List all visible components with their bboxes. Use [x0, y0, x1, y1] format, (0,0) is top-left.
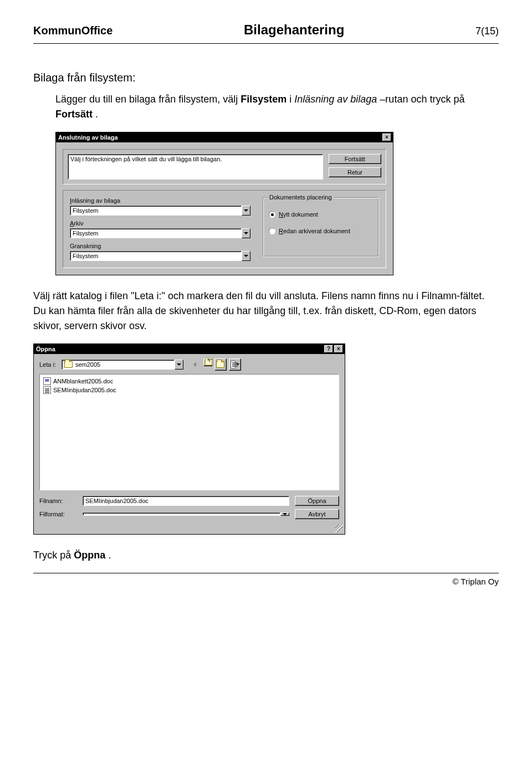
instruction-text: Välj i förteckningen på vilket sätt du v… [68, 154, 323, 180]
continue-button[interactable]: Fortsätt [329, 154, 381, 164]
arkiv-combo[interactable]: Filsystem [70, 228, 250, 238]
titlebar[interactable]: Öppna ? × [34, 344, 345, 354]
header-page: 7(15) [475, 25, 499, 37]
granskning-value: Filsystem [70, 251, 242, 261]
new-folder-icon[interactable] [214, 358, 227, 371]
close-icon[interactable]: × [334, 345, 343, 353]
chevron-down-icon[interactable] [175, 360, 183, 370]
paragraph-instructions: Välj rätt katalog i filen "Leta i:" och … [33, 289, 499, 334]
resize-grip[interactable] [34, 525, 345, 534]
closing-bold: Öppna [74, 550, 105, 561]
section-title: Bilaga från filsystem: [33, 71, 499, 84]
chevron-down-icon[interactable] [242, 206, 250, 216]
inlasning-combo[interactable]: Filsystem [70, 206, 250, 216]
intro-bold-filsystem: Filsystem [241, 94, 287, 105]
granskning-combo[interactable]: Filsystem [70, 251, 250, 261]
chevron-down-icon[interactable] [242, 228, 250, 238]
return-button[interactable]: Retur [329, 167, 381, 177]
help-icon[interactable]: ? [324, 345, 333, 353]
doc-icon [43, 386, 51, 394]
arkiv-label: Arkiv [70, 220, 250, 227]
intro-text: i [289, 94, 294, 105]
lookin-label: Leta i: [39, 361, 56, 368]
dialog-title: Anslutning av bilaga [58, 134, 118, 141]
radio-icon[interactable] [269, 211, 275, 218]
file-name: ANMblankett2005.doc [53, 378, 113, 384]
radio-redan-arkiverat[interactable]: Redan arkiverat dokument [269, 228, 373, 234]
inlasning-field: IInläsning av bilaganläsning av bilaga F… [70, 197, 250, 216]
file-item[interactable]: SEMIinbjudan2005.doc [42, 386, 336, 394]
dialog-title: Öppna [36, 346, 55, 352]
arkiv-value: Filsystem [70, 228, 242, 238]
dokumentets-placering-group: Dokumentets placering Nytt dokument Reda… [263, 197, 379, 257]
arkiv-field: Arkiv Filsystem [70, 220, 250, 238]
intro-text: Lägger du till en bilaga från filsystem,… [55, 94, 241, 105]
close-icon[interactable]: × [382, 134, 391, 141]
header-left: KommunOffice [33, 24, 112, 37]
header-title: Bilagehantering [244, 22, 344, 38]
file-name: SEMIinbjudan2005.doc [53, 387, 116, 393]
dialog-anslutning-av-bilaga: Anslutning av bilaga × Välj i förtecknin… [55, 132, 393, 275]
closing-text: Tryck på [33, 550, 74, 561]
intro-italic: Inläsning av bilaga [294, 94, 377, 105]
file-list[interactable]: ANMblankett2005.doc SEMIinbjudan2005.doc [39, 374, 339, 490]
intro-paragraph: Lägger du till en bilaga från filsystem,… [33, 92, 499, 122]
groupbox-title: Dokumentets placering [268, 194, 334, 201]
cancel-button[interactable]: Avbryt [295, 509, 339, 519]
lookin-value: sem2005 [62, 360, 175, 370]
inlasning-value: Filsystem [70, 206, 242, 216]
filename-label: Filnamn: [39, 498, 77, 504]
dialog-oppna: Öppna ? × Leta i: sem2005 [33, 343, 345, 535]
folder-icon [64, 361, 73, 368]
filetype-label: Filformat: [39, 511, 77, 517]
closing-text: . [108, 550, 111, 561]
page-header: KommunOffice Bilagehantering 7(15) [33, 22, 499, 44]
filename-input[interactable]: SEMIinbjudan2005.doc [83, 496, 289, 506]
up-folder-icon[interactable] [203, 358, 212, 366]
intro-text: –rutan och tryck på [380, 94, 464, 105]
copyright: © Triplan Oy [452, 577, 499, 586]
word-doc-icon [43, 377, 51, 385]
titlebar[interactable]: Anslutning av bilaga × [56, 132, 393, 142]
radio-icon[interactable] [269, 228, 275, 234]
page-footer: © Triplan Oy [33, 573, 499, 586]
chevron-down-icon[interactable] [280, 512, 289, 516]
filetype-value [83, 512, 280, 516]
granskning-label: Granskning [70, 243, 250, 249]
file-item[interactable]: ANMblankett2005.doc [42, 377, 336, 386]
radio-nytt-dokument[interactable]: Nytt dokument [269, 211, 373, 218]
inlasning-label: IInläsning av bilaganläsning av bilaga [70, 197, 250, 204]
radio-label: Redan arkiverat dokument [279, 228, 350, 234]
lookin-text: sem2005 [75, 361, 100, 368]
radio-label: Nytt dokument [279, 211, 318, 218]
back-icon[interactable] [189, 358, 201, 371]
lookin-combo[interactable]: sem2005 [62, 360, 183, 370]
closing-paragraph: Tryck på Öppna . [33, 548, 499, 563]
intro-text: . [95, 109, 98, 120]
views-icon[interactable] [229, 358, 241, 371]
granskning-field: Granskning Filsystem [70, 243, 250, 261]
open-button[interactable]: Öppna [295, 496, 339, 506]
chevron-down-icon[interactable] [242, 251, 250, 261]
toolbar [189, 358, 241, 371]
intro-bold-fortsatt: Fortsätt [55, 109, 93, 120]
filetype-combo[interactable] [83, 512, 289, 516]
